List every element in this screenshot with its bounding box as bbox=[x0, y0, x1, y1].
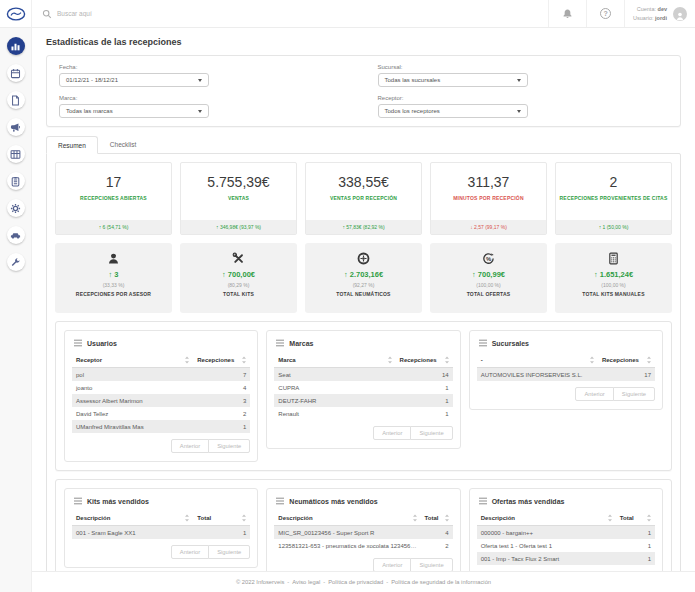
kpi-amount: 1.651,24€ bbox=[600, 270, 633, 279]
marca-select[interactable]: Todas las marcas bbox=[59, 104, 209, 118]
account-label: Cuenta: bbox=[637, 6, 656, 12]
wrench-icon bbox=[10, 257, 21, 268]
pagination-next-button[interactable]: Siguiente bbox=[410, 558, 452, 572]
fecha-label: Fecha: bbox=[59, 64, 350, 70]
kpi-label: RECEPCIONES ABIERTAS bbox=[56, 195, 171, 209]
filter-fecha: Fecha: 01/12/21 - 18/12/21 bbox=[59, 64, 350, 87]
kpi-label: VENTAS bbox=[181, 195, 296, 209]
footer-link-aviso-legal[interactable]: Aviso legal bbox=[292, 579, 320, 585]
table-title-text: Neumáticos más vendidos bbox=[289, 498, 377, 505]
trend-up-icon: ↑ bbox=[99, 224, 102, 230]
kpi-value: 311,37 bbox=[431, 163, 546, 195]
table-neumaticos-mas-vendidos: Neumáticos más vendidos Descripción Tota… bbox=[266, 488, 460, 581]
kpi-total-kits: ↑ 700,00€ (80,29 %) TOTAL KITS bbox=[180, 243, 297, 313]
footer-link-privacidad[interactable]: Política de privacidad bbox=[328, 579, 383, 585]
column-header-recepciones[interactable]: Recepciones bbox=[193, 353, 250, 368]
column-header-total[interactable]: Total bbox=[193, 511, 250, 526]
main-content: Estadísticas de las recepciones Fecha: 0… bbox=[32, 28, 695, 592]
date-range-select[interactable]: 01/12/21 - 18/12/21 bbox=[59, 73, 209, 87]
pagination: Anterior Siguiente bbox=[477, 387, 655, 401]
sidebar-item-announcements[interactable] bbox=[7, 118, 25, 136]
pagination-next-button[interactable]: Siguiente bbox=[208, 439, 250, 453]
sidebar bbox=[0, 28, 32, 592]
table-title: Neumáticos más vendidos bbox=[275, 497, 452, 505]
clipboard-icon bbox=[10, 176, 21, 187]
sidebar-item-workshop[interactable] bbox=[7, 253, 25, 271]
table-row: 001 - Sram Eagle XX11 bbox=[72, 526, 250, 540]
column-header-marca[interactable]: Marca bbox=[274, 353, 395, 368]
kpi-label: RECEPCIONES PROVENIENTES DE CITAS bbox=[556, 195, 671, 209]
sort-icon bbox=[647, 514, 651, 522]
sidebar-item-vehicles[interactable] bbox=[7, 226, 25, 244]
filters-panel: Fecha: 01/12/21 - 18/12/21 Sucursal: Tod… bbox=[46, 55, 681, 127]
sidebar-item-calendar[interactable] bbox=[7, 64, 25, 82]
receptor-select[interactable]: Todos los receptores bbox=[378, 104, 528, 118]
column-header-receptor[interactable]: Receptor bbox=[72, 353, 193, 368]
sucursal-select[interactable]: Todas las sucursales bbox=[378, 73, 528, 87]
column-header-descripcion[interactable]: Descripción bbox=[72, 511, 193, 526]
table-row: DEUTZ-FAHR1 bbox=[274, 394, 452, 407]
pagination: Anterior Siguiente bbox=[72, 545, 250, 559]
kpi-amount: 700,99€ bbox=[478, 270, 505, 279]
help-button[interactable]: ? bbox=[586, 0, 624, 27]
pagination-prev-button[interactable]: Anterior bbox=[373, 426, 411, 440]
search-input[interactable] bbox=[57, 10, 357, 17]
account-value: dev bbox=[658, 6, 667, 12]
footer-link-seguridad[interactable]: Política de seguridad de la información bbox=[391, 579, 491, 585]
column-header-descripcion[interactable]: Descripción bbox=[477, 511, 616, 526]
tab-checklist[interactable]: Checklist bbox=[98, 136, 148, 153]
column-header-total[interactable]: Total bbox=[616, 511, 655, 526]
pagination-next-button[interactable]: Siguiente bbox=[410, 426, 452, 440]
kpi-percent: (100,00 %) bbox=[558, 282, 669, 288]
sidebar-item-settings[interactable] bbox=[7, 199, 25, 217]
sidebar-item-tables[interactable] bbox=[7, 145, 25, 163]
sidebar-item-checklists[interactable] bbox=[7, 172, 25, 190]
trend-up-icon: ↑ bbox=[594, 270, 598, 279]
filter-marca: Marca: Todas las marcas bbox=[59, 95, 350, 118]
avatar[interactable] bbox=[673, 7, 687, 21]
table-row: Seat14 bbox=[274, 368, 452, 382]
column-header-descripcion[interactable]: Descripción bbox=[274, 511, 420, 526]
sidebar-item-documents[interactable] bbox=[7, 91, 25, 109]
table-title: Kits más vendidos bbox=[73, 497, 250, 505]
list-icon bbox=[73, 339, 83, 347]
pagination-prev-button[interactable]: Anterior bbox=[575, 387, 613, 401]
percent-icon: % bbox=[482, 252, 495, 265]
tab-resumen[interactable]: Resumen bbox=[46, 136, 98, 154]
column-header-recepciones[interactable]: Recepciones bbox=[396, 353, 453, 368]
sort-icon bbox=[608, 514, 612, 522]
column-header-sucursal[interactable]: - bbox=[477, 353, 598, 368]
list-icon bbox=[275, 339, 285, 347]
account-info[interactable]: Cuenta: dev Usuario: jordi bbox=[624, 0, 695, 27]
footer-separator: - bbox=[386, 579, 388, 585]
tire-icon bbox=[357, 252, 370, 265]
footer-copyright: © 2022 Infoserveis bbox=[236, 579, 284, 585]
svg-text:%: % bbox=[486, 256, 492, 262]
pagination-next-button[interactable]: Siguiente bbox=[208, 545, 250, 559]
pagination-prev-button[interactable]: Anterior bbox=[373, 558, 411, 572]
sidebar-item-stats[interactable] bbox=[7, 37, 25, 55]
pagination-next-button[interactable]: Siguiente bbox=[613, 387, 655, 401]
megaphone-icon bbox=[10, 122, 21, 133]
table-row: UManfred Miravitllas Mas1 bbox=[72, 420, 250, 433]
trend-up-icon: ↑ bbox=[222, 270, 226, 279]
pagination-prev-button[interactable]: Anterior bbox=[171, 439, 209, 453]
tables-row-1: Usuarios Receptor Recepciones pol7 joant… bbox=[55, 321, 672, 471]
notifications-button[interactable] bbox=[548, 0, 586, 27]
calculator-icon bbox=[607, 252, 620, 265]
calendar-icon bbox=[10, 68, 21, 79]
filter-receptor: Receptor: Todos los receptores bbox=[378, 95, 669, 118]
gear-icon bbox=[10, 203, 21, 214]
kpi-percent: (92,27 %) bbox=[308, 282, 419, 288]
kpi-label: VENTAS POR RECEPCIÓN bbox=[306, 195, 421, 209]
kpi-amount: 2.703,16€ bbox=[350, 270, 383, 279]
sort-icon bbox=[185, 356, 189, 364]
kpi-row-1: 17 RECEPCIONES ABIERTAS ↑ 6 (54,71 %) 5.… bbox=[55, 162, 672, 235]
column-header-total[interactable]: Total bbox=[421, 511, 453, 526]
app-logo[interactable] bbox=[0, 0, 32, 27]
column-header-recepciones[interactable]: Recepciones bbox=[598, 353, 655, 368]
pagination-prev-button[interactable]: Anterior bbox=[171, 545, 209, 559]
table-title: Sucursales bbox=[478, 339, 655, 347]
kpi-label: MINUTOS POR RECEPCIÓN bbox=[431, 195, 546, 209]
receptor-label: Receptor: bbox=[378, 95, 669, 101]
